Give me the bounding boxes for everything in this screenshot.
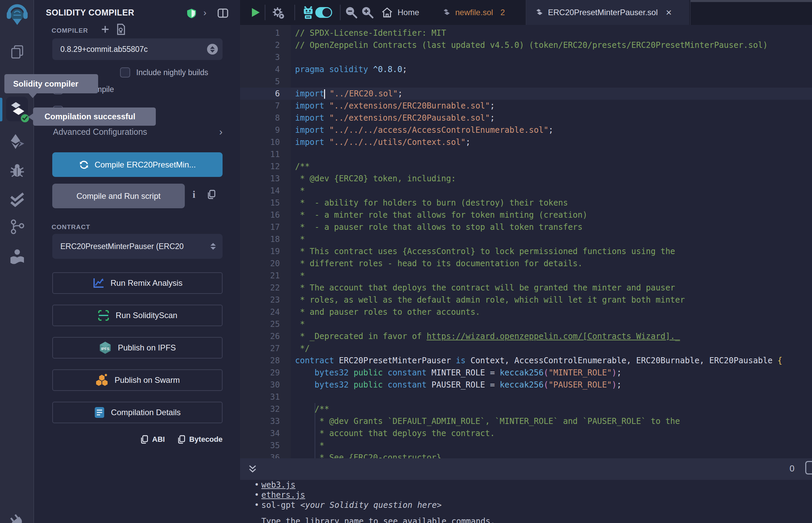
code-line[interactable]: 10import "../../../utils/Context.sol"; [240,136,812,148]
code-line[interactable]: 22 * The account that deploys the contra… [240,282,812,294]
run-remix-analysis-button[interactable]: Run Remix Analysis [52,272,223,294]
close-icon[interactable]: × [666,7,672,18]
include-nightly-builds-checkbox[interactable] [120,67,130,77]
add-compiler-icon[interactable] [101,25,110,34]
publish-ipfs-button[interactable]: IPFS Publish on IPFS [52,337,223,359]
terminal-link[interactable]: web3.js [261,480,295,490]
code-line[interactable]: 32 /** [240,403,812,415]
code-line[interactable]: 15 * - ability for holders to burn (dest… [240,197,812,209]
scan-icon [98,309,110,322]
code-line[interactable]: 9import "../../../access/AccessControlEn… [240,124,812,136]
split-panel-icon[interactable] [217,8,228,18]
run-solidityscan-button[interactable]: Run SolidityScan [52,305,223,326]
code-editor[interactable]: 1// SPDX-License-Identifier: MIT2// Open… [240,25,812,458]
terminal-toolbar[interactable]: 0 [240,458,812,480]
compilation-details-button[interactable]: Compilation Details [52,402,223,423]
run-script-play-icon[interactable] [251,7,260,18]
license-file-icon[interactable] [116,23,126,35]
code-line[interactable]: 23 * roles, as well as the default admin… [240,294,812,306]
code-lines: 1// SPDX-License-Identifier: MIT2// Open… [240,27,812,458]
line-number: 16 [240,209,280,221]
code-line[interactable]: 4pragma solidity ^0.8.0; [240,64,812,75]
copy-abi-button[interactable]: ABI [140,435,165,444]
solidity-file-icon [442,8,451,17]
code-line[interactable]: 29 bytes32 public constant MINTER_ROLE =… [240,367,812,379]
code-line[interactable]: 26 * _Deprecated in favor of https://wiz… [240,330,812,342]
info-icon[interactable]: i [193,189,195,200]
terminal-search-box-partial[interactable] [805,461,812,474]
code-line[interactable]: 28contract ERC20PresetMinterPauser is Co… [240,355,812,367]
terminal-hint: Type the library name to see available c… [240,516,812,523]
shield-icon[interactable] [187,8,197,19]
zoom-in-icon[interactable] [361,6,374,19]
select-arrows-icon [210,243,216,250]
code-line[interactable]: 24 * and pauser roles to other accounts. [240,306,812,318]
code-line[interactable]: 17 * - a pauser role that allows to stop… [240,221,812,233]
sidebar-item-solidity-compiler[interactable] [6,97,28,121]
editor-tab-bar: Home newfile.sol 2 ERC20PresetMinterPaus… [240,0,812,25]
copy-icon[interactable] [207,190,216,199]
code-line[interactable]: 11 [240,148,812,160]
abi-bytecode-row: ABI Bytecode [35,435,223,444]
code-line[interactable]: 34 * account that deploys the contract. [240,427,812,439]
compile-and-run-button[interactable]: Compile and Run script [52,184,185,208]
select-spinner-icon [207,44,218,55]
code-line[interactable]: 30 bytes32 public constant PAUSER_ROLE =… [240,379,812,391]
file-explorer-icon[interactable] [0,44,34,60]
collapse-terminal-icon[interactable] [248,464,258,474]
code-line[interactable]: 19 * This contract uses {AccessControl} … [240,245,812,257]
code-line[interactable]: 25 * [240,318,812,330]
code-line[interactable]: 7import "../extensions/ERC20Burnable.sol… [240,100,812,112]
code-line[interactable]: 3 [240,51,812,64]
code-line[interactable]: 27 */ [240,342,812,355]
include-nightly-builds-row: Include nightly builds [120,67,208,77]
sidebar-item-learneth[interactable] [0,249,34,265]
line-number: 19 [240,245,280,257]
copilot-toggle[interactable] [315,7,332,18]
copy-icon [177,435,186,444]
line-number: 32 [240,403,280,415]
zoom-out-icon[interactable] [345,6,358,19]
copy-bytecode-button[interactable]: Bytecode [177,435,223,444]
code-line[interactable]: 5 [240,75,812,88]
sidebar-item-debugger[interactable] [0,162,34,178]
terminal-link[interactable]: ethers.js [261,490,305,500]
code-line[interactable]: 35 * [240,439,812,452]
code-line[interactable]: 31 [240,391,812,403]
analysis-chart-icon [92,277,105,289]
code-line[interactable]: 12/** [240,160,812,173]
remix-logo[interactable] [0,4,34,28]
code-line[interactable]: 2// OpenZeppelin Contracts (last updated… [240,39,812,51]
advanced-configurations[interactable]: Advanced Configurations › [53,126,223,138]
details-document-icon [94,407,105,418]
code-line[interactable]: 21 * [240,270,812,282]
publish-swarm-button[interactable]: Publish on Swarm [52,369,223,391]
code-line[interactable]: 36 * See {ERC20-constructor}. [240,452,812,458]
line-number: 17 [240,221,280,233]
code-line[interactable]: 33 * @dev Grants `DEFAULT_ADMIN_ROLE`, `… [240,415,812,427]
code-line[interactable]: 14 * [240,185,812,197]
code-line[interactable]: 18 * [240,233,812,245]
terminal-list-item: •web3.js [240,480,812,490]
line-number: 8 [240,112,280,124]
tab-home[interactable]: Home [382,0,419,25]
code-line[interactable]: 20 * different roles - head to its docum… [240,257,812,270]
compiler-version-select[interactable]: 0.8.29+commit.ab55807c [52,38,223,60]
ai-copilot-robot-icon[interactable] [302,5,314,20]
code-line[interactable]: 1// SPDX-License-Identifier: MIT [240,27,812,39]
chevron-right-icon[interactable]: › [203,7,206,18]
compile-button[interactable]: Compile ERC20PresetMin... [52,152,223,177]
code-line[interactable]: 13 * @dev {ERC20} token, including: [240,173,812,185]
sidebar-item-deploy-run[interactable] [0,133,34,150]
code-line[interactable]: 6import "../ERC20.sol"; [240,88,812,100]
sidebar-item-git[interactable] [0,219,34,235]
line-number: 2 [240,39,280,51]
code-line[interactable]: 16 * - a minter role that allows for tok… [240,209,812,221]
tab-erc20presetminterpauser[interactable]: ERC20PresetMinterPauser.sol × [526,0,689,25]
contract-select[interactable]: ERC20PresetMinterPauser (ERC20 [52,234,223,259]
tab-newfile[interactable]: newfile.sol 2 [442,0,505,25]
sidebar-item-plugin-manager[interactable] [0,513,34,523]
script-config-gear-icon[interactable] [271,6,285,20]
code-line[interactable]: 8import "../extensions/ERC20Pausable.sol… [240,112,812,124]
sidebar-item-static-analysis[interactable] [0,192,34,208]
